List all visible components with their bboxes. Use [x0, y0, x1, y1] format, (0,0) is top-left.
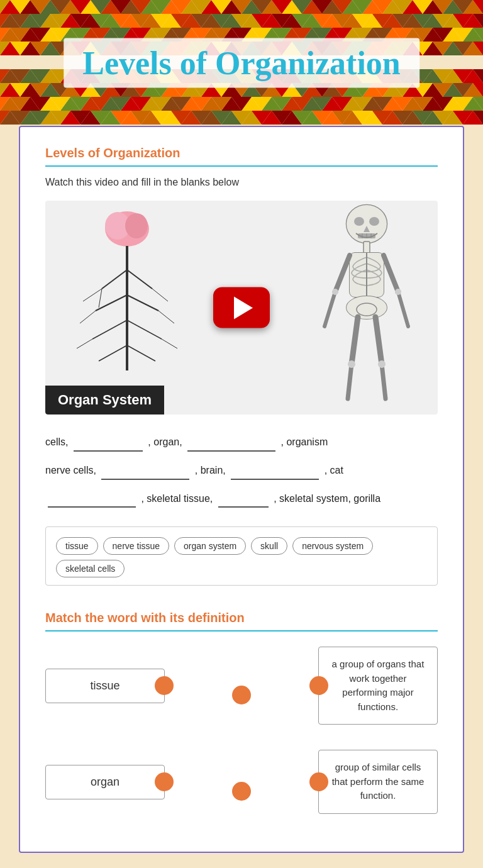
instruction-text: Watch this video and fill in the blanks …: [45, 177, 438, 188]
svg-line-224: [348, 364, 352, 399]
svg-point-219: [332, 289, 338, 295]
svg-line-195: [83, 289, 102, 301]
word-bank: tissue nerve tissue organ system skull n…: [45, 526, 438, 586]
svg-line-221: [398, 292, 408, 326]
svg-line-220: [384, 255, 398, 292]
svg-point-185: [125, 213, 148, 238]
match-term-tissue[interactable]: tissue: [45, 669, 165, 703]
content-card: Levels of Organization Watch this video …: [19, 126, 464, 853]
blank-1-1[interactable]: [74, 438, 143, 452]
video-label: Organ System: [45, 386, 164, 415]
svg-line-217: [335, 255, 350, 292]
svg-line-218: [325, 292, 335, 326]
svg-point-228: [378, 360, 386, 368]
svg-point-225: [348, 360, 355, 368]
word-chip-skull[interactable]: skull: [251, 537, 287, 555]
match-row-1: tissue a group of organs that work toget…: [45, 647, 438, 725]
blank-line2-between1: , brain,: [195, 465, 226, 476]
match-term-organ[interactable]: organ: [45, 765, 165, 799]
match-section: Match the word with its definition tissu…: [45, 611, 438, 814]
match-heading: Match the word with its definition: [45, 611, 438, 632]
blank-2-1[interactable]: [101, 466, 189, 480]
blank-3-2[interactable]: [218, 494, 269, 508]
svg-line-187: [102, 270, 127, 289]
video-thumbnail[interactable]: Organ System: [45, 201, 438, 415]
svg-point-222: [395, 289, 401, 295]
svg-line-192: [127, 320, 162, 339]
nervous-system-figure: [64, 207, 190, 408]
match-row-2: organ group of similar cells that perfor…: [45, 750, 438, 814]
svg-rect-210: [364, 242, 370, 253]
skeleton-figure: [309, 204, 425, 408]
svg-line-191: [92, 320, 127, 339]
svg-line-190: [127, 295, 158, 311]
blank-2-2[interactable]: [231, 466, 319, 480]
blank-1-2[interactable]: [187, 438, 275, 452]
blank-line3-between1: , skeletal tissue,: [141, 493, 213, 504]
match-dot-def1-right[interactable]: [309, 676, 328, 695]
svg-line-227: [382, 364, 386, 399]
blank-line2-after: , cat: [325, 465, 343, 476]
blank-line-1: cells, , organ, , organism: [45, 433, 438, 452]
header-banner: Levels of Organization: [0, 0, 483, 126]
play-icon: [234, 296, 253, 319]
svg-point-205: [369, 217, 379, 226]
svg-line-223: [352, 317, 358, 364]
blank-3-1[interactable]: [48, 494, 136, 508]
word-chip-nervous-system[interactable]: nervous system: [292, 537, 373, 555]
svg-line-194: [127, 345, 155, 361]
svg-line-196: [99, 289, 102, 308]
header-title-box: Levels of Organization: [64, 38, 419, 88]
section1-heading: Levels of Organization: [45, 146, 438, 167]
blank-line1-between1: , organ,: [148, 437, 182, 447]
match-middle-dot-1[interactable]: [232, 686, 251, 704]
match-dot-tissue-left[interactable]: [155, 676, 174, 695]
svg-line-198: [80, 311, 96, 323]
word-chip-tissue[interactable]: tissue: [56, 537, 98, 555]
svg-line-226: [375, 317, 382, 364]
svg-line-199: [158, 311, 174, 323]
blanks-section: cells, , organ, , organism nerve cells, …: [45, 433, 438, 508]
svg-line-197: [152, 289, 168, 301]
match-dot-def2-right[interactable]: [309, 772, 328, 791]
play-button[interactable]: [213, 287, 270, 328]
blank-line3-after: , skeletal system, gorilla: [274, 493, 380, 504]
blank-line2-before1: nerve cells,: [45, 465, 96, 476]
match-middle-dot-2[interactable]: [232, 782, 251, 801]
svg-line-200: [77, 339, 92, 348]
blank-line-3: , skeletal tissue, , skeletal system, go…: [45, 490, 438, 508]
main-title: Levels of Organization: [82, 45, 401, 82]
svg-line-188: [127, 270, 152, 289]
match-def-tissue[interactable]: group of similar cells that perform the …: [318, 750, 438, 814]
match-dot-organ-left[interactable]: [155, 772, 174, 791]
blank-line1-before1: cells,: [45, 437, 68, 447]
word-chip-skeletal-cells[interactable]: skeletal cells: [56, 560, 125, 577]
word-chip-nerve-tissue[interactable]: nerve tissue: [103, 537, 169, 555]
svg-line-201: [162, 339, 177, 348]
match-def-organ-system[interactable]: a group of organs that work together per…: [318, 647, 438, 725]
blank-line-2: nerve cells, , brain, , cat: [45, 462, 438, 480]
blank-line1-after: , organism: [281, 437, 328, 447]
svg-line-193: [99, 345, 127, 361]
svg-point-204: [354, 217, 364, 226]
word-chip-organ-system[interactable]: organ system: [174, 537, 246, 555]
